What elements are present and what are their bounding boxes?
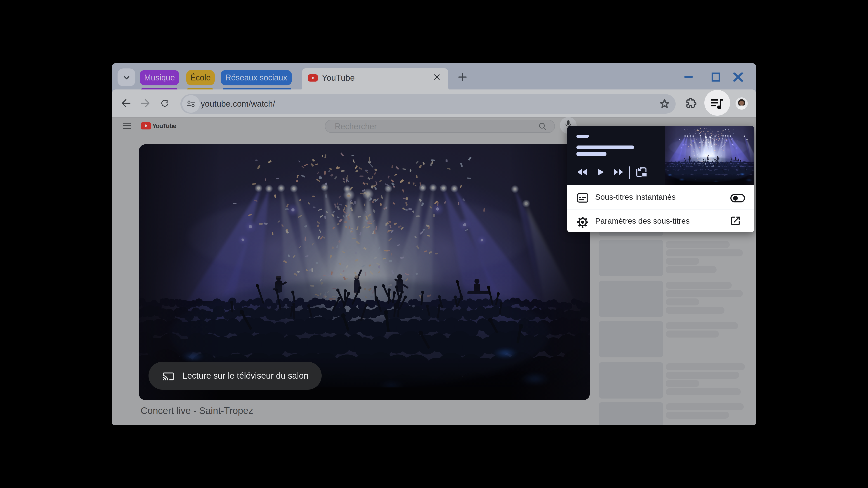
svg-text:YouTube: YouTube (152, 123, 176, 129)
